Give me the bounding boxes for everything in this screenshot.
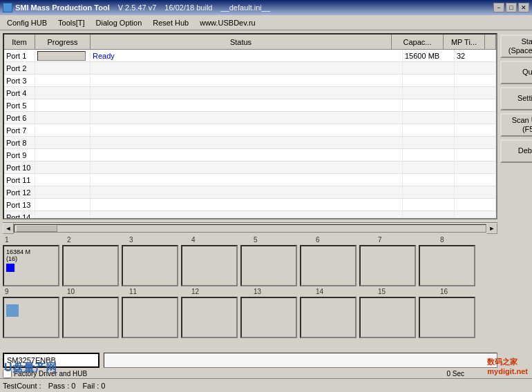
- port-box-5[interactable]: [240, 245, 297, 286]
- scroll-thumb[interactable]: [16, 225, 57, 232]
- port-box-14[interactable]: [300, 297, 357, 338]
- table-row: Port 7: [4, 124, 496, 137]
- table-row: Port 2: [4, 62, 496, 75]
- table-cell-11-4: [455, 186, 496, 198]
- table-cell-0-2: Ready: [91, 50, 403, 61]
- table-row: Port 5: [4, 99, 496, 112]
- port-box-1[interactable]: 16384 M (16): [3, 245, 59, 286]
- table-cell-4-3: [403, 99, 455, 111]
- table-cell-6-4: [455, 124, 496, 136]
- table-cell-3-1: [35, 87, 91, 99]
- table-cell-8-3: [403, 149, 455, 161]
- fail-count-item: Fail : 0: [82, 382, 105, 390]
- port-box-11[interactable]: [122, 297, 178, 338]
- menu-config-hub[interactable]: Config HUB: [1, 15, 53, 30]
- table-cell-4-0: Port 5: [4, 99, 35, 111]
- table-cell-2-4: [455, 75, 496, 86]
- time-display: 0 Sec: [446, 370, 464, 378]
- horizontal-scrollbar[interactable]: ◄ ►: [3, 222, 497, 233]
- port-box-2[interactable]: [62, 245, 119, 286]
- table-row: Port 13: [4, 199, 496, 211]
- table-cell-7-4: [455, 137, 496, 148]
- table-row: Port 10: [4, 161, 496, 174]
- port-box-16[interactable]: [419, 297, 475, 338]
- table-cell-9-1: [35, 161, 91, 173]
- menu-reset-hub[interactable]: Reset Hub: [147, 15, 194, 30]
- port-table: Item Progress Status Capac... MP Ti... P…: [3, 33, 497, 219]
- scroll-right-btn[interactable]: ►: [486, 223, 497, 234]
- table-cell-8-1: [35, 149, 91, 161]
- table-cell-6-2: [91, 124, 403, 136]
- app-version: V 2.5.47 v7: [118, 3, 157, 12]
- bottom-controls: 0 Sec Factory Driver and HUB: [3, 353, 497, 378]
- port-label-1: 1: [3, 236, 62, 244]
- scroll-track[interactable]: [14, 224, 486, 233]
- port-box-9[interactable]: [3, 297, 59, 338]
- debug-button[interactable]: Debug: [500, 139, 532, 163]
- menu-www[interactable]: www.USBDev.ru: [194, 15, 260, 30]
- port1-size: 16384 M: [6, 248, 56, 255]
- pass-count: Pass : 0: [48, 382, 76, 390]
- table-cell-5-0: Port 6: [4, 112, 35, 124]
- port-box-13[interactable]: [240, 297, 297, 338]
- table-row: Port 3: [4, 75, 496, 87]
- table-cell-7-2: [91, 137, 403, 148]
- port-box-6[interactable]: [300, 245, 357, 286]
- table-cell-13-3: [403, 211, 455, 218]
- table-cell-11-1: [35, 186, 91, 198]
- scroll-left-btn[interactable]: ◄: [3, 223, 14, 234]
- table-row: Port 1Ready15600 MB32: [4, 50, 496, 62]
- table-cell-3-3: [403, 87, 455, 99]
- main-area: Item Progress Status Capac... MP Ti... P…: [0, 30, 532, 392]
- pass-count-item: Pass : 0: [48, 382, 76, 390]
- menu-dialog-option[interactable]: Dialog Option: [91, 15, 148, 30]
- menu-tools[interactable]: Tools[T]: [53, 15, 91, 30]
- status-row: 0 Sec Factory Driver and HUB: [3, 369, 497, 378]
- table-cell-0-1: [35, 50, 91, 61]
- port-label-7: 7: [376, 236, 435, 244]
- table-cell-5-3: [403, 112, 455, 124]
- start-button[interactable]: Start (Space Key): [500, 35, 532, 58]
- table-cell-5-2: [91, 112, 403, 124]
- maximize-button[interactable]: □: [506, 3, 517, 12]
- chip-progress-bar: [104, 353, 497, 368]
- port-box-15[interactable]: [359, 297, 416, 338]
- table-cell-2-0: Port 3: [4, 75, 35, 86]
- app-config: __default.ini__: [220, 3, 270, 12]
- table-cell-12-2: [91, 199, 403, 210]
- quit-button[interactable]: Quit: [500, 61, 532, 84]
- close-button[interactable]: ✕: [518, 3, 529, 12]
- port-box-8[interactable]: [419, 245, 475, 286]
- table-cell-13-4: [455, 211, 496, 218]
- table-cell-3-0: Port 4: [4, 87, 35, 99]
- table-cell-9-0: Port 10: [4, 161, 35, 173]
- port-box-3[interactable]: [122, 245, 178, 286]
- table-cell-7-3: [403, 137, 455, 148]
- port-label-3: 3: [127, 236, 187, 244]
- port-box-7[interactable]: [359, 245, 416, 286]
- table-cell-5-1: [35, 112, 91, 124]
- table-cell-4-1: [35, 99, 91, 111]
- table-cell-0-4: 32: [455, 50, 496, 61]
- port-box-12[interactable]: [181, 297, 238, 338]
- port9-indicator: [6, 304, 19, 317]
- port-box-10[interactable]: [62, 297, 119, 338]
- scan-usb-button[interactable]: Scan USB (F5): [500, 113, 532, 137]
- table-cell-7-1: [35, 137, 91, 148]
- table-row: Port 12: [4, 186, 496, 199]
- table-cell-0-0: Port 1: [4, 50, 35, 61]
- table-cell-2-3: [403, 75, 455, 86]
- port1-indicator: [6, 264, 15, 272]
- port-label-8: 8: [438, 236, 497, 244]
- port-label-12: 12: [189, 288, 249, 295]
- port-box-4[interactable]: [181, 245, 238, 286]
- table-cell-11-0: Port 12: [4, 186, 35, 198]
- watermark-left: U盘量产网: [0, 360, 61, 377]
- table-cell-10-1: [35, 174, 91, 186]
- left-panel: Item Progress Status Capac... MP Ti... P…: [3, 33, 497, 378]
- table-row: Port 4: [4, 87, 496, 99]
- minimize-button[interactable]: −: [493, 3, 504, 12]
- table-cell-9-3: [403, 161, 455, 173]
- setting-button[interactable]: Setting: [500, 87, 532, 110]
- port-grid: 1 2 3 4 5 6 7 8 16384 M (16): [3, 236, 497, 350]
